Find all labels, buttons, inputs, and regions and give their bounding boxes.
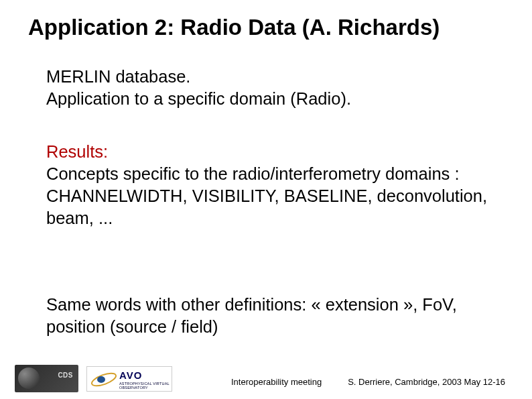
avo-logo-subtext: ASTROPHYSICAL VIRTUAL OBSERVATORY xyxy=(119,382,172,390)
svg-point-1 xyxy=(97,376,105,383)
footer-logos: AVO ASTROPHYSICAL VIRTUAL OBSERVATORY xyxy=(15,365,172,392)
avo-logo-text: AVO xyxy=(119,369,142,381)
slide: Application 2: Radio Data (A. Richards) … xyxy=(0,0,532,399)
footer: AVO ASTROPHYSICAL VIRTUAL OBSERVATORY In… xyxy=(0,365,532,392)
final-paragraph: Same words with other definitions: « ext… xyxy=(46,294,495,337)
footer-right-text: S. Derriere, Cambridge, 2003 May 12-16 xyxy=(348,377,505,387)
avo-logo: AVO ASTROPHYSICAL VIRTUAL OBSERVATORY xyxy=(86,366,172,392)
intro-text: MERLIN database. Application to a specif… xyxy=(46,66,351,110)
intro-line-2: Application to a specific domain (Radio)… xyxy=(46,88,351,110)
intro-line-1: MERLIN database. xyxy=(46,66,351,88)
results-block: Results: Concepts specific to the radio/… xyxy=(46,141,495,230)
results-line-1: Concepts specific to the radio/interfero… xyxy=(46,163,495,185)
footer-center-text: Interoperability meeting xyxy=(231,377,322,387)
results-heading: Results: xyxy=(46,141,495,163)
cds-logo xyxy=(15,365,78,392)
avo-swoosh-icon xyxy=(90,369,118,390)
slide-title: Application 2: Radio Data (A. Richards) xyxy=(28,15,440,40)
results-line-2: CHANNELWIDTH, VISIBILITY, BASELINE, deco… xyxy=(46,185,495,229)
